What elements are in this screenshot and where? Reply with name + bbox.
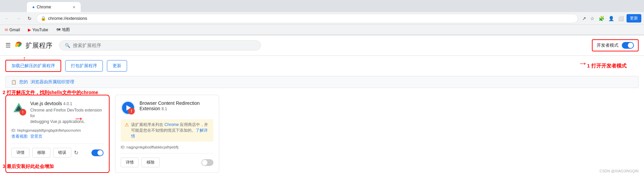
org-managed-text: 您的 (19, 79, 28, 85)
pack-extension-button[interactable]: 打包扩展程序 (65, 60, 103, 72)
extensions-toolbar: 加载已解压的扩展程序 打包扩展程序 更新 ↑ (0, 56, 644, 76)
svg-text:!: ! (131, 109, 132, 114)
bcr-warning: ⚠ 该扩展程序未列在 Chrome 应用商店中，并可能是您在不知情的情况下添加的… (121, 119, 213, 142)
watermark: CSDN @XIAOJINGQIN (600, 169, 639, 173)
forward-button[interactable]: → (14, 14, 23, 23)
warning-icon: ⚠ (125, 122, 129, 127)
annotation-2-label: 2 打开解压文件，找到shells文件中的chrome (3, 90, 98, 96)
bookmark-gmail[interactable]: ✉ Gmail (3, 27, 22, 33)
details-button[interactable]: 详情 (11, 148, 30, 158)
hamburger-menu[interactable]: ☰ (5, 42, 11, 49)
address-text: chrome://extensions (48, 16, 87, 21)
maps-label: 地图 (62, 27, 70, 33)
extension-name: Vue.js devtools 4.0.1 (30, 101, 104, 106)
bcr-remove-button[interactable]: 移除 (142, 158, 160, 167)
learn-more-link[interactable]: 了解详情 (131, 128, 208, 138)
back-button[interactable]: ← (3, 14, 11, 23)
youtube-icon: ▶ (28, 28, 31, 32)
tab-favicon: ● (32, 5, 35, 9)
bcr-logo-svg: ! (121, 100, 135, 115)
card-footer: 详情 移除 错误 ↻ (11, 143, 104, 158)
refresh-icon[interactable]: ↻ (74, 149, 78, 156)
bcr-card-footer: 详情 移除 (121, 153, 213, 167)
extensions-header: ☰ 扩展程序 🔍 开发者模式 (0, 35, 644, 56)
search-bar[interactable]: 🔍 (59, 40, 261, 50)
page-title: 扩展程序 (26, 41, 52, 50)
developer-mode-area: 开发者模式 (592, 39, 639, 51)
org-managed-info-bar: 📋 您的 浏览器由所属组织管理 (5, 76, 639, 88)
extension-desc: Chrome and Firefox DevTools extension fo… (30, 107, 104, 124)
extension-card-vue-devtools: ! Vue.js devtools 4.0.1 Chrome and Firef… (5, 95, 110, 173)
bcr-icon: ! (121, 100, 135, 115)
bookmark-icon[interactable]: ☆ (589, 14, 596, 23)
bookmark-maps[interactable]: 🗺 地图 (54, 26, 72, 33)
chrome-logo-icon (15, 41, 23, 49)
card-header-bcr: ! Browser Content Redirection Extension … (121, 100, 213, 115)
bookmarks-bar: ✉ Gmail ▶ YouTube 🗺 地图 (0, 25, 644, 35)
page-content: ☰ 扩展程序 🔍 开发者模式 1 打开开发者模式 → 加载已解压的扩展程序 打包… (0, 35, 644, 173)
vue-devtools-icon: ! (11, 101, 26, 116)
bcr-extension-toggle[interactable] (201, 159, 213, 166)
share-icon[interactable]: ↗ (581, 14, 588, 23)
window-icon[interactable]: ⬜ (617, 14, 625, 23)
developer-mode-toggle[interactable] (622, 42, 634, 49)
gmail-label: Gmail (9, 28, 20, 32)
developer-mode-label: 开发者模式 (597, 42, 618, 48)
navigation-bar: ← → ↻ 🔒 chrome://extensions ↗ ☆ 🧩 👤 ⬜ 更新 (0, 12, 644, 25)
annotation-3-label: 3 最后安装好此处会增加 (3, 164, 54, 170)
active-tab[interactable]: ● Chrome ✕ (27, 2, 81, 12)
bcr-version: 8.1 (161, 106, 167, 111)
bcr-extension-name: Browser Content Redirection Extension 8.… (139, 100, 213, 111)
bcr-id-area: ID: nagjngmkgibodffiabkkcjafhjiebflj (121, 145, 213, 149)
gmail-icon: ✉ (5, 28, 8, 32)
extension-id: ID: hkphgpmaipjddfgmgbgdnflehpocmohm 查看视… (11, 128, 104, 139)
extension-toggle[interactable] (91, 149, 104, 156)
vue-logo-svg: ! (11, 101, 26, 116)
org-managed-link[interactable]: 浏览器由所属组织管理 (31, 79, 74, 85)
reload-button[interactable]: ↻ (26, 14, 34, 23)
tab-close-btn[interactable]: ✕ (73, 5, 75, 9)
address-bar[interactable]: 🔒 chrome://extensions (36, 14, 578, 23)
warning-text: 该扩展程序未列在 Chrome 应用商店中，并可能是您在不知情的情况下添加的。了… (131, 122, 209, 139)
org-managed-icon: 📋 (11, 80, 16, 85)
extensions-icon[interactable]: 🧩 (597, 14, 606, 23)
card-info: Vue.js devtools 4.0.1 Chrome and Firefox… (30, 101, 104, 124)
nav-right-icons: ↗ ☆ 🧩 👤 ⬜ 更新 (581, 14, 641, 23)
svg-text:!: ! (22, 111, 23, 114)
extension-card-bcr: ! Browser Content Redirection Extension … (115, 95, 219, 173)
arrow-up-icon: ↑ (23, 55, 26, 62)
bg-page-link[interactable]: 背景页 (30, 134, 42, 139)
card-info-bcr: Browser Content Redirection Extension 8.… (139, 100, 213, 113)
view-views-link[interactable]: 查看视图 (11, 134, 28, 139)
extension-version: 4.0.1 (63, 101, 72, 106)
bcr-details-button[interactable]: 详情 (121, 158, 139, 167)
search-icon: 🔍 (65, 43, 70, 48)
maps-icon: 🗺 (56, 28, 61, 32)
errors-button[interactable]: 错误 (53, 148, 71, 158)
bookmark-youtube[interactable]: ▶ YouTube (26, 27, 50, 33)
chrome-update-button[interactable]: 更新 (627, 14, 641, 23)
youtube-label: YouTube (32, 28, 48, 32)
remove-button[interactable]: 移除 (32, 148, 50, 158)
tab-title: Chrome (37, 5, 51, 9)
search-input[interactable] (73, 43, 255, 48)
update-button[interactable]: 更新 (107, 60, 127, 72)
load-unpacked-button[interactable]: 加载已解压的扩展程序 (5, 60, 61, 72)
extensions-list: → ! Vue.js devtools (0, 92, 644, 173)
security-icon: 🔒 (41, 16, 46, 21)
card-header: ! Vue.js devtools 4.0.1 Chrome and Firef… (11, 101, 104, 124)
arrow-to-card-icon: → (73, 112, 84, 125)
profile-icon[interactable]: 👤 (607, 14, 615, 23)
